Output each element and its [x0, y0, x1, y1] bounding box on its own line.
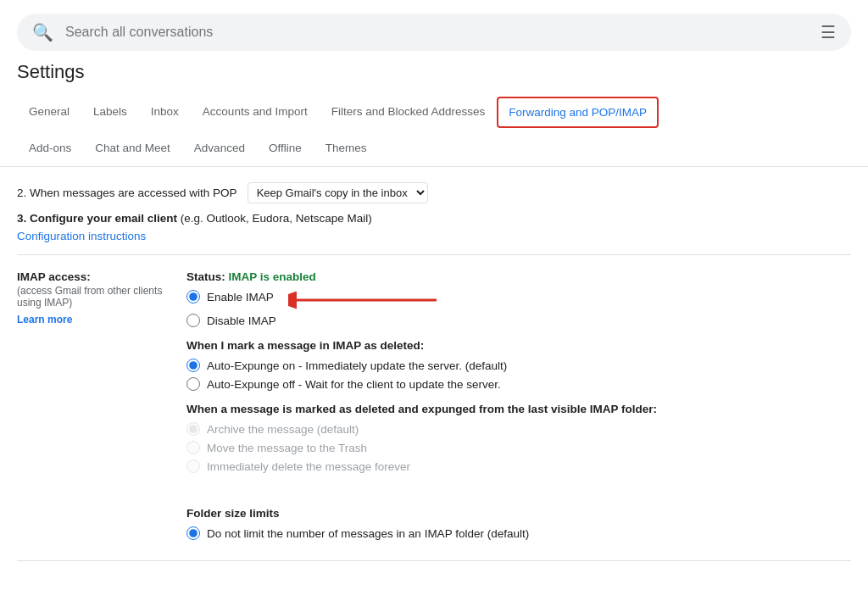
- imap-sub-label: (access Gmail from other clients using I…: [17, 285, 170, 309]
- move-trash-text: Move the message to the Trash: [207, 442, 367, 454]
- disable-imap-label[interactable]: Disable IMAP: [186, 314, 851, 327]
- config-link[interactable]: Configuration instructions: [17, 230, 851, 242]
- auto-expunge-off-label[interactable]: Auto-Expunge off - Wait for the client t…: [186, 377, 851, 391]
- tab-row-1: General Labels Inbox Accounts and Import…: [17, 95, 851, 130]
- imap-status: Status: IMAP is enabled: [186, 270, 851, 283]
- filter-icon[interactable]: ☰: [821, 22, 836, 42]
- status-value: IMAP is enabled: [229, 270, 316, 283]
- red-arrow-annotation: [288, 288, 441, 312]
- auto-expunge-on-text: Auto-Expunge on - Immediately update the…: [207, 359, 507, 372]
- do-not-limit-radio[interactable]: [186, 526, 200, 540]
- config-title-regular: (e.g. Outlook, Eudora, Netscape Mail): [181, 212, 372, 225]
- move-trash-label[interactable]: Move the message to the Trash: [186, 441, 851, 454]
- tab-offline[interactable]: Offline: [257, 131, 314, 167]
- auto-expunge-on-radio[interactable]: [186, 359, 200, 372]
- enable-imap-label[interactable]: Enable IMAP: [186, 290, 274, 303]
- imap-section: IMAP access: (access Gmail from other cl…: [17, 255, 851, 561]
- imap-title: IMAP access:: [17, 270, 91, 283]
- tab-advanced[interactable]: Advanced: [182, 131, 257, 167]
- status-label: Status:: [186, 270, 229, 283]
- tab-accounts[interactable]: Accounts and Import: [191, 95, 320, 131]
- folder-size-title: Folder size limits: [186, 507, 851, 520]
- disable-imap-text: Disable IMAP: [207, 314, 276, 327]
- do-not-limit-text: Do not limit the number of messages in a…: [207, 527, 529, 540]
- imap-right-content: Status: IMAP is enabled Enable IMAP: [186, 270, 851, 545]
- move-trash-radio[interactable]: [186, 441, 200, 454]
- pop-copy-select[interactable]: Keep Gmail's copy in the inbox Archive G…: [248, 182, 428, 203]
- disable-imap-radio[interactable]: [186, 314, 200, 327]
- delete-forever-label[interactable]: Immediately delete the message forever: [186, 459, 851, 473]
- tab-general[interactable]: General: [17, 95, 81, 131]
- enable-imap-row: Enable IMAP: [186, 290, 851, 309]
- enable-imap-text: Enable IMAP: [207, 291, 274, 303]
- search-input[interactable]: [65, 25, 809, 40]
- archive-text: Archive the message (default): [207, 423, 359, 436]
- expunged-group: Archive the message (default) Move the m…: [186, 422, 851, 473]
- tab-inbox[interactable]: Inbox: [139, 95, 191, 131]
- when-deleted-title: When I mark a message in IMAP as deleted…: [186, 339, 851, 352]
- config-text: 3. Configure your email client (e.g. Out…: [17, 212, 851, 225]
- auto-expunge-off-radio[interactable]: [186, 377, 200, 391]
- tabs-container: General Labels Inbox Accounts and Import…: [0, 95, 868, 167]
- expunge-group: Auto-Expunge on - Immediately update the…: [186, 359, 851, 391]
- imap-learn-more[interactable]: Learn more: [17, 314, 170, 326]
- auto-expunge-on-label[interactable]: Auto-Expunge on - Immediately update the…: [186, 359, 851, 372]
- tab-chat[interactable]: Chat and Meet: [83, 131, 182, 167]
- do-not-limit-label[interactable]: Do not limit the number of messages in a…: [186, 526, 851, 540]
- delete-forever-text: Immediately delete the message forever: [207, 460, 410, 473]
- tab-themes[interactable]: Themes: [314, 131, 379, 167]
- auto-expunge-off-text: Auto-Expunge off - Wait for the client t…: [207, 378, 501, 391]
- imap-enable-group: Enable IMAP Disable IMAP: [186, 290, 851, 327]
- search-bar: 🔍 ☰: [17, 14, 851, 51]
- tab-forwarding[interactable]: Forwarding and POP/IMAP: [497, 97, 659, 128]
- when-expunged-title: When a message is marked as deleted and …: [186, 403, 851, 415]
- search-icon: 🔍: [32, 22, 53, 42]
- archive-label[interactable]: Archive the message (default): [186, 422, 851, 436]
- pop-line2: 2. When messages are accessed with POP K…: [17, 182, 851, 203]
- config-title-bold: 3. Configure your email client: [17, 212, 177, 225]
- tab-addons[interactable]: Add-ons: [17, 131, 83, 167]
- enable-imap-radio[interactable]: [186, 290, 200, 303]
- tab-row-2: Add-ons Chat and Meet Advanced Offline T…: [17, 131, 851, 166]
- tab-filters[interactable]: Filters and Blocked Addresses: [320, 95, 498, 131]
- tab-labels[interactable]: Labels: [81, 95, 139, 131]
- delete-forever-radio[interactable]: [186, 459, 200, 473]
- page-title: Settings: [17, 61, 851, 83]
- archive-radio[interactable]: [186, 422, 200, 436]
- pop-line2-text: 2. When messages are accessed with POP: [17, 186, 237, 199]
- pop-section: 2. When messages are accessed with POP K…: [17, 182, 851, 255]
- folder-size-section: Folder size limits Do not limit the numb…: [186, 481, 851, 540]
- content-area: 2. When messages are accessed with POP K…: [0, 167, 868, 571]
- imap-left-label: IMAP access: (access Gmail from other cl…: [17, 270, 186, 326]
